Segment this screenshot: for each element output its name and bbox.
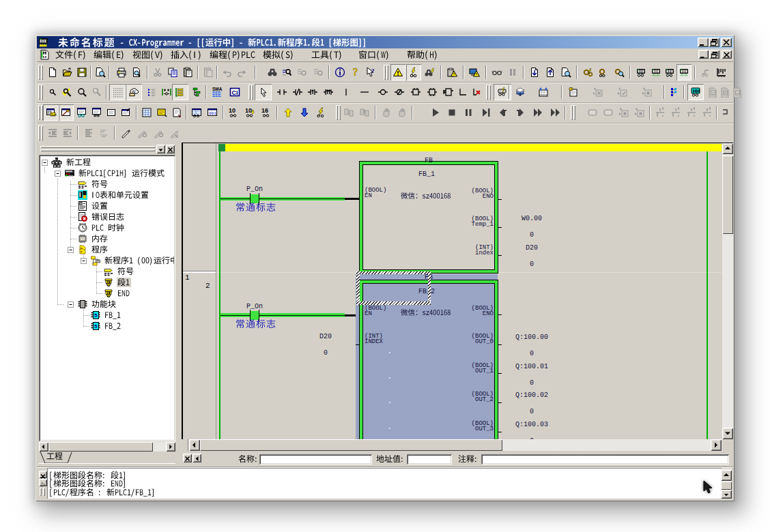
svg-text:Z: Z <box>712 91 715 95</box>
svg-text:001: 001 <box>209 111 216 116</box>
svg-text:?: ? <box>352 67 358 78</box>
svg-text:W: W <box>132 89 136 93</box>
svg-text:CI: CI <box>232 89 238 96</box>
svg-text:5: 5 <box>94 312 98 319</box>
svg-text:5: 5 <box>94 323 98 329</box>
svg-text:HH: HH <box>693 89 700 93</box>
svg-text:Sum: Sum <box>51 113 57 117</box>
svg-text:16: 16 <box>261 107 268 114</box>
svg-text:10: 10 <box>245 107 252 114</box>
svg-text:SMA: SMA <box>212 87 223 91</box>
svg-text:10: 10 <box>229 107 236 114</box>
svg-text:?: ? <box>371 68 375 74</box>
